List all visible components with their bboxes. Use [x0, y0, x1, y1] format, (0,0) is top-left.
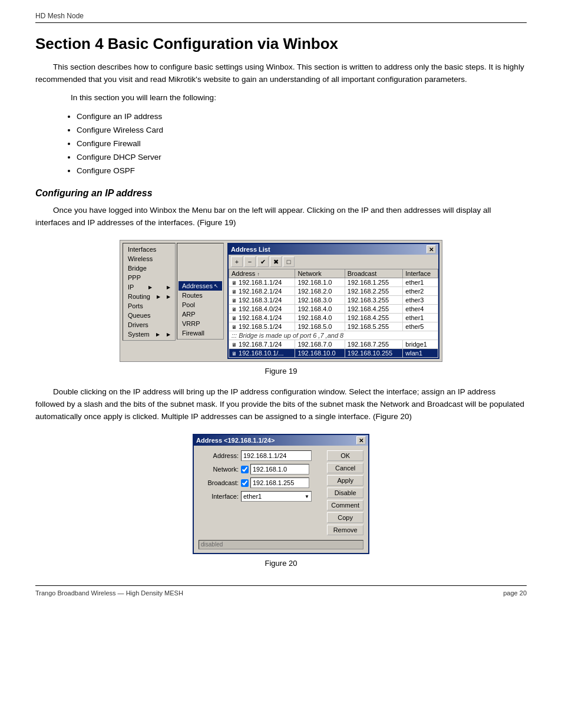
figure20-container: Address <192.168.1.1/24> ✕ Address: 192.…	[35, 434, 527, 568]
list-item: Configure an IP address	[77, 110, 527, 124]
submenu-addresses[interactable]: Addresses ↖	[178, 281, 222, 291]
broadcast-checkbox[interactable]	[241, 479, 249, 487]
para1: Once you have logged into Winbox the Men…	[35, 205, 527, 229]
network-label: Network:	[199, 466, 241, 473]
submenu-routes[interactable]: Routes	[178, 291, 222, 300]
figure20-window: Address <192.168.1.1/24> ✕ Address: 192.…	[193, 434, 369, 554]
interface-select[interactable]: ether1 ▼	[241, 491, 312, 502]
footer-right: page 20	[503, 589, 527, 597]
broadcast-label: Broadcast:	[199, 479, 241, 486]
table-row[interactable]: 🖥 192.168.4.1/24 192.168.4.0 192.168.4.2…	[229, 314, 438, 322]
cancel-button[interactable]: Cancel	[327, 463, 363, 473]
bullet-list: Configure an IP address Configure Wirele…	[77, 110, 527, 178]
fig20-body: Address: 192.168.1.1/24 Network: 192.168…	[194, 446, 368, 540]
table-row-selected[interactable]: 🖥 192.168.10.1/... 192.168.10.0 192.168.…	[229, 349, 438, 358]
learn-intro: In this section you will learn the follo…	[71, 92, 527, 104]
check-button[interactable]: ✔	[257, 256, 269, 267]
address-table: Address ↑ Network Broadcast Interface 🖥 …	[229, 269, 438, 358]
col-interface[interactable]: Interface	[403, 269, 438, 278]
menu-item-wireless[interactable]: Wireless	[124, 254, 174, 263]
fig20-titlebar: Address <192.168.1.1/24> ✕	[194, 435, 368, 446]
interface-field-row: Interface: ether1 ▼	[199, 491, 323, 502]
menu-item-ports[interactable]: Ports	[124, 301, 174, 311]
address-list-title: Address List	[231, 246, 270, 253]
fig20-fields: Address: 192.168.1.1/24 Network: 192.168…	[199, 450, 323, 535]
toolbar: + − ✔ ✖ □	[229, 255, 438, 269]
fig20-close-button[interactable]: ✕	[356, 436, 366, 444]
menu-item-ppp[interactable]: PPP	[124, 273, 174, 282]
apply-button[interactable]: Apply	[327, 475, 363, 486]
header-title: HD Mesh Node	[35, 12, 84, 20]
fig20-buttons: OK Cancel Apply Disable Comment Copy Rem…	[327, 450, 363, 535]
menu-panel: Interfaces Wireless Bridge PPP IP▶ Routi…	[123, 243, 176, 341]
copy-button[interactable]: Copy	[327, 512, 363, 523]
menu-item-routing[interactable]: Routing▶	[124, 292, 174, 301]
table-row[interactable]: 🖥 192.168.1.1/24 192.168.1.0 192.168.1.2…	[229, 278, 438, 287]
submenu-vrrp[interactable]: VRRP	[178, 319, 222, 328]
list-item: Configure Wireless Card	[77, 124, 527, 137]
figure19-label: Figure 19	[265, 367, 297, 375]
col-network[interactable]: Network	[295, 269, 345, 278]
submenu-arp[interactable]: ARP	[178, 309, 222, 319]
table-row[interactable]: 🖥 192.168.4.0/24 192.168.4.0 192.168.4.2…	[229, 305, 438, 314]
page: HD Mesh Node Section 4 Basic Configurati…	[0, 0, 562, 728]
remove-button[interactable]: Remove	[327, 525, 363, 535]
table-row[interactable]: 🖥 192.168.7.1/24 192.168.7.0 192.168.7.2…	[229, 340, 438, 349]
bridge-message-row: ::: Bridge is made up of port 6 ,7 ,and …	[229, 331, 438, 340]
broadcast-field-row: Broadcast: 192.168.1.255	[199, 477, 323, 488]
network-input[interactable]: 192.168.1.0	[250, 464, 309, 475]
address-field-row: Address: 192.168.1.1/24	[199, 450, 323, 461]
menu-item-ip[interactable]: IP▶	[124, 282, 174, 292]
section-title: Section 4 Basic Configuration via Winbox	[35, 35, 527, 53]
col-broadcast[interactable]: Broadcast	[345, 269, 403, 278]
figure20-label: Figure 20	[265, 559, 297, 568]
add-button[interactable]: +	[231, 256, 243, 267]
submenu-pool[interactable]: Pool	[178, 300, 222, 309]
menu-item-bridge[interactable]: Bridge	[124, 263, 174, 273]
figure19-window: Interfaces Wireless Bridge PPP IP▶ Routi…	[120, 240, 442, 362]
submenu-panel: Addresses ↖ Routes Pool ARP VRRP Firewal…	[177, 243, 224, 340]
close-button[interactable]: ✕	[427, 245, 436, 253]
fig20-title: Address <192.168.1.1/24>	[196, 437, 275, 444]
select-arrow-icon: ▼	[305, 494, 309, 499]
figure19-container: Interfaces Wireless Bridge PPP IP▶ Routi…	[35, 240, 527, 375]
address-label: Address:	[199, 452, 241, 459]
remove-button[interactable]: −	[244, 256, 256, 267]
ok-button[interactable]: OK	[327, 450, 363, 461]
list-item: Configure OSPF	[77, 164, 527, 178]
list-item: Configure Firewall	[77, 137, 527, 151]
address-input[interactable]: 192.168.1.1/24	[241, 450, 312, 461]
menu-item-drivers[interactable]: Drivers	[124, 320, 174, 330]
table-row[interactable]: 🖥 192.168.2.1/24 192.168.2.0 192.168.2.2…	[229, 287, 438, 296]
list-item: Configure DHCP Server	[77, 151, 527, 164]
table-row[interactable]: 🖥 192.168.3.1/24 192.168.3.0 192.168.3.2…	[229, 296, 438, 305]
x-button[interactable]: ✖	[270, 256, 282, 267]
network-field-row: Network: 192.168.1.0	[199, 464, 323, 475]
disable-button[interactable]: Disable	[327, 487, 363, 498]
submenu-firewall[interactable]: Firewall	[178, 328, 222, 338]
network-checkbox[interactable]	[241, 466, 249, 473]
menu-item-queues[interactable]: Queues	[124, 311, 174, 320]
footer: Trango Broadband Wireless — High Density…	[35, 585, 527, 597]
status-text: disabled	[201, 541, 223, 548]
address-list-window: Address List ✕ + − ✔ ✖ □ Address ↑	[227, 243, 439, 359]
address-list-titlebar: Address List ✕	[229, 244, 438, 255]
menu-item-interfaces[interactable]: Interfaces	[124, 245, 174, 254]
footer-left: Trango Broadband Wireless — High Density…	[35, 589, 183, 597]
menu-item-system[interactable]: System▶	[124, 330, 174, 339]
interface-label: Interface:	[199, 493, 241, 500]
subsection-title: Configuring an IP address	[35, 188, 527, 199]
broadcast-input[interactable]: 192.168.1.255	[250, 477, 309, 488]
col-address[interactable]: Address ↑	[229, 269, 295, 278]
comment-button[interactable]: Comment	[327, 500, 363, 510]
table-row[interactable]: 🖥 192.168.5.1/24 192.168.5.0 192.168.5.2…	[229, 322, 438, 331]
status-bar: disabled	[199, 540, 363, 549]
section-intro: This section describes how to configure …	[35, 61, 527, 86]
para2: Double clicking on the IP address will b…	[35, 386, 527, 423]
header: HD Mesh Node	[35, 12, 527, 23]
copy-button[interactable]: □	[283, 256, 295, 267]
address-table-container: Address ↑ Network Broadcast Interface 🖥 …	[229, 269, 438, 358]
